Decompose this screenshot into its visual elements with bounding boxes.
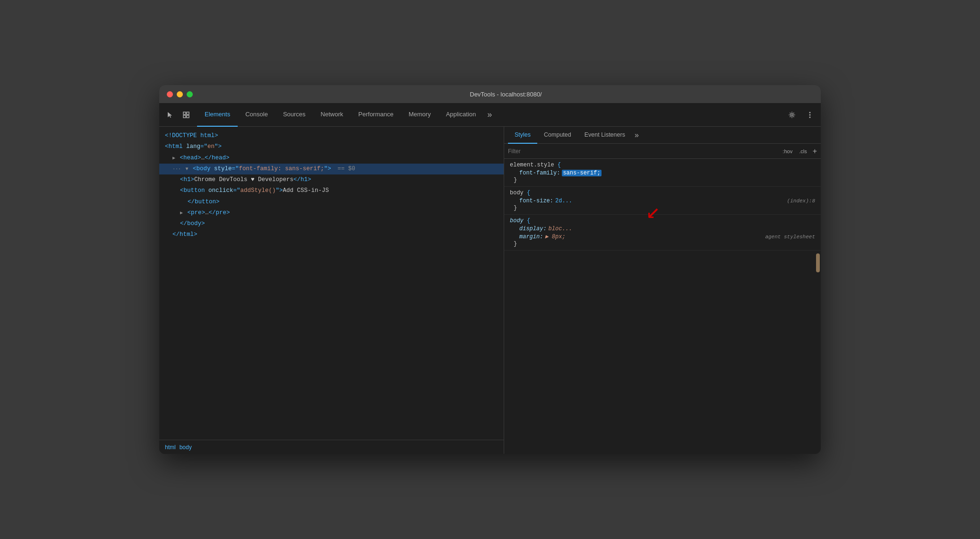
filter-bar: :hov .cls + xyxy=(504,144,821,159)
style-rule-element: element.style { font-family: sans-serif;… xyxy=(504,159,821,187)
style-selector-element: element.style { xyxy=(510,162,815,168)
style-rule-body-agent: body { display: bloc... margin: ▶ 8px; a… xyxy=(504,215,821,251)
tab-performance[interactable]: Performance xyxy=(351,103,401,127)
minimize-button[interactable] xyxy=(177,91,183,97)
style-closing-brace-2: } xyxy=(510,205,815,211)
tab-styles[interactable]: Styles xyxy=(508,127,537,144)
style-prop-display[interactable]: display: bloc... xyxy=(510,225,815,233)
settings-icon[interactable] xyxy=(785,108,799,122)
tab-computed[interactable]: Computed xyxy=(537,127,578,144)
dom-tree[interactable]: <!DOCTYPE html> <html lang="en"> ▶ <head… xyxy=(159,127,504,440)
right-panel: Styles Computed Event Listeners » :hov .… xyxy=(504,127,821,454)
style-selector-body-agent: body { xyxy=(510,217,815,224)
breadcrumb-body[interactable]: body xyxy=(180,444,192,451)
tab-sources[interactable]: Sources xyxy=(275,103,313,127)
tab-memory[interactable]: Memory xyxy=(401,103,438,127)
dom-line-body-close[interactable]: </body> xyxy=(159,218,504,229)
dom-line-html-close[interactable]: </html> xyxy=(159,229,504,240)
tab-settings-area xyxy=(785,108,817,122)
filter-buttons: :hov .cls xyxy=(781,148,808,155)
tab-icon-buttons xyxy=(163,108,193,122)
devtools-window: DevTools - localhost:8080/ Elements xyxy=(159,85,821,454)
dom-line-button-close[interactable]: </button> xyxy=(159,197,504,208)
dom-line-head[interactable]: ▶ <head>…</head> xyxy=(159,153,504,164)
svg-point-5 xyxy=(809,112,811,113)
tab-network[interactable]: Network xyxy=(313,103,351,127)
maximize-button[interactable] xyxy=(187,91,193,97)
svg-point-7 xyxy=(809,116,811,118)
close-button[interactable] xyxy=(167,91,173,97)
tab-application[interactable]: Application xyxy=(438,103,484,127)
more-menu-icon[interactable] xyxy=(803,108,817,122)
svg-rect-1 xyxy=(187,112,189,114)
tab-console[interactable]: Console xyxy=(238,103,275,127)
hov-button[interactable]: :hov xyxy=(781,148,794,155)
main-content: <!DOCTYPE html> <html lang="en"> ▶ <head… xyxy=(159,127,821,454)
style-selector-body-1: body { xyxy=(510,190,815,196)
dom-line-html[interactable]: <html lang="en"> xyxy=(159,141,504,152)
right-tab-bar: Styles Computed Event Listeners » xyxy=(504,127,821,144)
breadcrumb-html[interactable]: html xyxy=(165,444,176,451)
style-closing-brace-3: } xyxy=(510,241,815,247)
styles-content[interactable]: element.style { font-family: sans-serif;… xyxy=(504,159,821,454)
dom-line-button[interactable]: <button onclick="addStyle()">Add CSS-in-… xyxy=(159,185,504,196)
cls-button[interactable]: .cls xyxy=(797,148,809,155)
dom-line-doctype[interactable]: <!DOCTYPE html> xyxy=(159,130,504,141)
style-prop-font-family[interactable]: font-family: sans-serif; xyxy=(510,169,815,177)
window-title: DevTools - localhost:8080/ xyxy=(198,91,813,98)
scrollbar-indicator[interactable] xyxy=(816,253,820,272)
style-rule-body-1: body { font-size: 2d... (index):8 } xyxy=(504,187,821,215)
style-prop-margin[interactable]: margin: ▶ 8px; agent stylesheet xyxy=(510,233,815,241)
cursor-icon[interactable] xyxy=(163,108,177,122)
svg-point-6 xyxy=(809,114,811,115)
svg-rect-3 xyxy=(187,115,189,118)
tab-event-listeners[interactable]: Event Listeners xyxy=(578,127,632,144)
tab-more-button[interactable]: » xyxy=(483,103,496,127)
inspect-icon[interactable] xyxy=(179,108,193,122)
svg-point-4 xyxy=(791,113,793,116)
add-style-button[interactable]: + xyxy=(813,147,817,156)
main-tab-bar: Elements Console Sources Network Perform… xyxy=(159,103,821,127)
dom-line-pre[interactable]: ▶ <pre>…</pre> xyxy=(159,208,504,218)
traffic-lights xyxy=(167,91,193,97)
style-prop-font-size[interactable]: font-size: 2d... (index):8 xyxy=(510,197,815,205)
title-bar: DevTools - localhost:8080/ xyxy=(159,85,821,103)
right-tab-more[interactable]: » xyxy=(632,131,642,139)
breadcrumb-bar: html body xyxy=(159,440,504,454)
left-panel: <!DOCTYPE html> <html lang="en"> ▶ <head… xyxy=(159,127,504,454)
tab-elements[interactable]: Elements xyxy=(197,103,238,127)
style-closing-brace-1: } xyxy=(510,177,815,183)
filter-input[interactable] xyxy=(508,148,777,155)
dom-line-body[interactable]: ··· ▼ <body style="font-family: sans-ser… xyxy=(159,164,504,174)
svg-rect-2 xyxy=(183,115,186,118)
svg-rect-0 xyxy=(183,112,186,114)
dom-line-h1[interactable]: <h1>Chrome DevTools ♥ Developers</h1> xyxy=(159,174,504,185)
